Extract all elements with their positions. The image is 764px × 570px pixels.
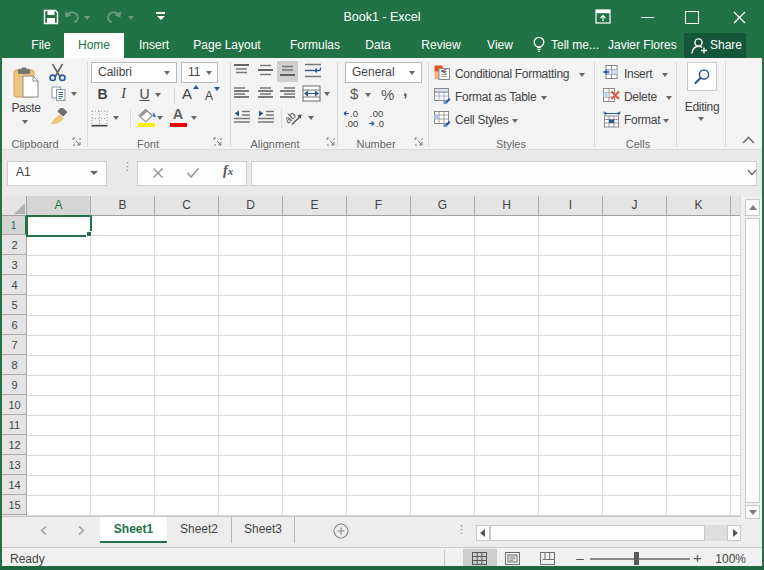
svg-text:ab: ab <box>286 109 298 126</box>
svg-text:.0: .0 <box>376 118 384 128</box>
svg-text:.00: .00 <box>345 118 358 128</box>
